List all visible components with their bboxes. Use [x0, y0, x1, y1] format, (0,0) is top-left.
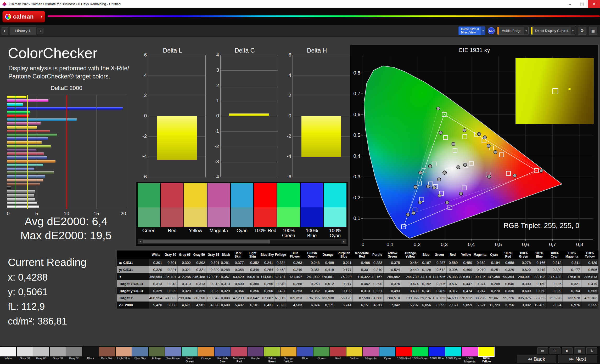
- add-tab-button[interactable]: +: [37, 28, 43, 34]
- patch-button[interactable]: Magenta: [363, 346, 379, 364]
- patch-button[interactable]: Orange: [198, 346, 214, 364]
- patch-swatch[interactable]: [281, 347, 296, 356]
- chevron-down-icon[interactable]: ▾: [41, 15, 42, 19]
- table-cell: 0,305: [432, 280, 447, 287]
- patch-swatch[interactable]: [182, 347, 198, 356]
- patch-button[interactable]: Yellow: [346, 346, 363, 364]
- patch-swatch[interactable]: [165, 347, 181, 356]
- delta-c-bar: [229, 113, 269, 116]
- patch-swatch[interactable]: [0, 347, 16, 356]
- patch-button[interactable]: Gray 50: [49, 346, 66, 364]
- chevron-down-icon[interactable]: ▾: [571, 27, 575, 35]
- play-icon[interactable]: ▶: [562, 347, 573, 354]
- meter-selector[interactable]: X-Rite i1Pro 3 Direct View ▾: [458, 26, 485, 35]
- patch-button[interactable]: Purplish Blue: [214, 346, 231, 364]
- patch-swatch[interactable]: [264, 347, 280, 356]
- patch-swatch[interactable]: [50, 347, 66, 356]
- calman-logo[interactable]: calman ▾: [3, 11, 45, 22]
- patch-button[interactable]: Red: [330, 346, 346, 364]
- table-cell: 0,329: [192, 287, 206, 294]
- patch-button[interactable]: Cyan: [379, 346, 396, 364]
- nav-toggle-button[interactable]: ▶: [2, 27, 8, 35]
- patch-button[interactable]: Green: [313, 346, 330, 364]
- patch-swatch[interactable]: [198, 347, 214, 356]
- chevron-down-icon[interactable]: ▾: [481, 27, 485, 35]
- patch-swatch[interactable]: [132, 347, 148, 356]
- monitor-icon[interactable]: ▭: [537, 347, 548, 354]
- patch-swatch[interactable]: [429, 347, 445, 356]
- table-cell: 0,380: [245, 280, 260, 287]
- delta-h-title: Delta H: [283, 47, 351, 55]
- patch-button[interactable]: Gray 35: [66, 346, 82, 364]
- gear-icon[interactable]: ⚙: [578, 27, 586, 35]
- patch-button[interactable]: 100% Yellow: [478, 346, 495, 364]
- patch-swatch[interactable]: [445, 347, 461, 356]
- patch-swatch[interactable]: [313, 347, 329, 356]
- next-button[interactable]: ▶▶ Next: [558, 355, 597, 363]
- patch-button[interactable]: Moderate Red: [231, 346, 247, 364]
- patch-swatch[interactable]: [99, 347, 115, 356]
- patch-swatch[interactable]: [248, 347, 263, 356]
- patch-button[interactable]: Orange Yellow: [280, 346, 297, 364]
- patch-swatch[interactable]: [412, 347, 428, 356]
- patch-button[interactable]: Yellow Green: [264, 346, 280, 364]
- patch-button[interactable]: Dark Skin: [99, 346, 115, 364]
- table-cell: 132,938: [321, 294, 335, 302]
- workspace-icon[interactable]: ▦: [574, 347, 585, 354]
- rainbow-strip: [48, 15, 600, 17]
- display-control-selector[interactable]: Direct Display Control ▾: [531, 27, 575, 35]
- patch-button[interactable]: Blue: [297, 346, 313, 364]
- patch-button[interactable]: Foliage: [148, 346, 165, 364]
- patch-button[interactable]: 100% Blue: [429, 346, 445, 364]
- patch-button[interactable]: 100% Magenta: [462, 346, 478, 364]
- patch-button[interactable]: 100% Cyan: [445, 346, 462, 364]
- patch-button[interactable]: Gray 65: [33, 346, 49, 364]
- scroll-right-icon[interactable]: ▶: [341, 240, 346, 244]
- patch-button[interactable]: Gray 80: [16, 346, 33, 364]
- maximize-button[interactable]: ▢: [576, 0, 588, 8]
- patch-swatch[interactable]: [215, 347, 231, 356]
- patch-swatch[interactable]: [83, 347, 99, 356]
- patch-swatch[interactable]: [33, 347, 49, 356]
- close-button[interactable]: ✕: [588, 0, 600, 8]
- patch-button[interactable]: Black: [82, 346, 99, 364]
- minimize-button[interactable]: –: [564, 0, 576, 8]
- layout-grid-icon[interactable]: ▦: [589, 27, 597, 35]
- patch-button[interactable]: 100% Red: [396, 346, 412, 364]
- patch-swatch[interactable]: [346, 347, 362, 356]
- tab-history-1[interactable]: History 1: [10, 27, 36, 35]
- pattern-window-icon[interactable]: ⊞: [549, 347, 560, 354]
- patch-swatch[interactable]: [17, 347, 33, 356]
- delta-l-frame: 6420-2-4-6: [148, 55, 206, 177]
- patch-swatch[interactable]: [396, 347, 412, 356]
- patch-swatch[interactable]: [231, 347, 247, 356]
- patch-button[interactable]: Purple: [247, 346, 264, 364]
- page-description: Display analysis is performed with the X…: [8, 64, 131, 81]
- swatch-scrollbar[interactable]: ◀ ▶: [138, 239, 346, 244]
- source-selector[interactable]: Mobile Forge ▾: [497, 27, 529, 35]
- patch-swatch[interactable]: [116, 347, 132, 356]
- patch-button[interactable]: White: [0, 346, 16, 364]
- chevron-down-icon[interactable]: ▾: [524, 27, 528, 35]
- patch-button[interactable]: 100% Green: [412, 346, 429, 364]
- patch-swatch[interactable]: [330, 347, 346, 356]
- table-cell: 0,329: [501, 266, 515, 273]
- back-button[interactable]: ◀◀ Back: [517, 355, 556, 363]
- scrollbar-track[interactable]: [143, 240, 341, 244]
- patch-button[interactable]: Light Skin: [115, 346, 132, 364]
- patch-swatch[interactable]: [149, 347, 165, 356]
- patch-swatch[interactable]: [363, 347, 379, 356]
- patch-swatch[interactable]: [66, 347, 82, 356]
- scrollbar-thumb[interactable]: [143, 240, 270, 243]
- refresh-icon[interactable]: ↻: [586, 347, 597, 354]
- patch-swatch[interactable]: [297, 347, 313, 356]
- patch-button[interactable]: Blue Flower: [165, 346, 181, 364]
- cie-measured-point: [406, 213, 410, 217]
- patch-swatch[interactable]: [462, 347, 478, 356]
- patch-swatch[interactable]: [379, 347, 395, 356]
- patch-swatch[interactable]: [478, 347, 494, 356]
- patch-button[interactable]: Blue Sky: [132, 346, 148, 364]
- patch-label: Gray 50: [49, 357, 66, 360]
- patch-button[interactable]: Bluish Green: [181, 346, 198, 364]
- scroll-left-icon[interactable]: ◀: [138, 240, 143, 244]
